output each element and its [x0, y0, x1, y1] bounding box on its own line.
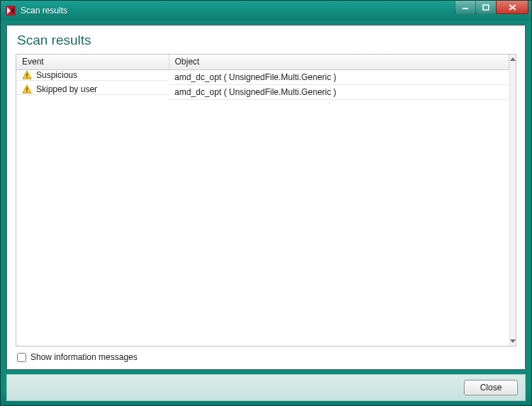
- window: Scan results Scan results Event Obje: [0, 0, 532, 406]
- minimize-button[interactable]: [455, 1, 476, 14]
- warning-icon: [22, 84, 32, 94]
- cell-event: Suspicious: [36, 70, 77, 80]
- table-row[interactable]: Suspicious amd_dc_opt ( UnsignedFile.Mul…: [16, 69, 509, 84]
- warning-icon: [22, 70, 32, 80]
- svg-rect-2: [483, 5, 489, 10]
- close-button[interactable]: Close: [464, 380, 518, 395]
- svg-rect-4: [26, 77, 27, 77]
- grid-footer: Show information messages: [16, 346, 516, 363]
- maximize-button[interactable]: [475, 1, 497, 14]
- show-info-label: Show information messages: [31, 352, 138, 362]
- title-bar[interactable]: Scan results: [1, 1, 531, 21]
- svg-rect-1: [462, 8, 468, 9]
- page-title: Scan results: [17, 33, 516, 48]
- results-grid[interactable]: Event Object: [16, 54, 509, 346]
- vertical-scrollbar[interactable]: [509, 54, 516, 346]
- column-object[interactable]: Object: [169, 55, 509, 69]
- bottom-bar: Close: [6, 374, 526, 401]
- show-info-input[interactable]: [17, 353, 26, 362]
- window-title: Scan results: [21, 6, 67, 16]
- cell-event: Skipped by user: [36, 84, 97, 94]
- cell-object: amd_dc_opt ( UnsignedFile.Multi.Generic …: [169, 84, 509, 99]
- svg-rect-3: [26, 73, 27, 76]
- show-info-checkbox[interactable]: Show information messages: [17, 352, 515, 362]
- results-grid-wrap: Event Object: [16, 54, 516, 346]
- column-event[interactable]: Event: [16, 55, 169, 69]
- app-icon: [5, 5, 16, 16]
- cell-object: amd_dc_opt ( UnsignedFile.Multi.Generic …: [169, 69, 509, 84]
- header-row: Event Object: [16, 55, 509, 69]
- table-row[interactable]: Skipped by user amd_dc_opt ( UnsignedFil…: [16, 84, 509, 99]
- svg-rect-5: [26, 87, 27, 90]
- close-window-button[interactable]: [496, 1, 528, 14]
- scroll-up-icon[interactable]: [510, 57, 516, 61]
- scroll-down-icon[interactable]: [510, 339, 516, 343]
- window-controls: [455, 1, 528, 14]
- svg-rect-6: [26, 91, 27, 92]
- client-area: Scan results Event Object: [6, 25, 526, 370]
